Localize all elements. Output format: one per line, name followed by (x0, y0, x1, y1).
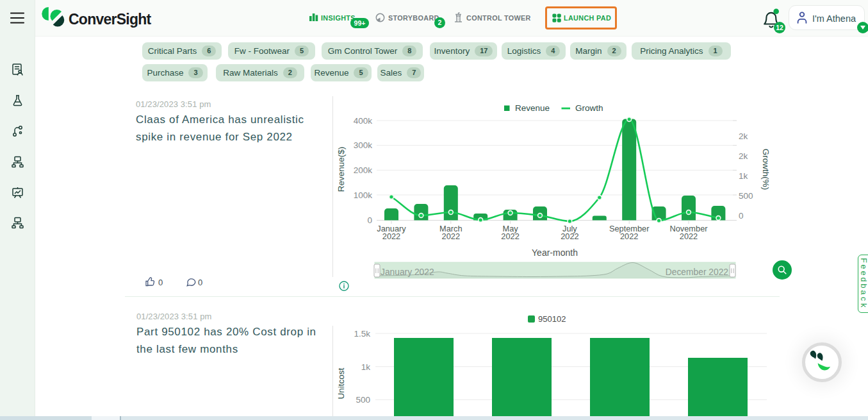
svg-text:Year-month: Year-month (532, 248, 578, 258)
svg-text:F: F (859, 258, 868, 263)
svg-text:Growth: Growth (575, 103, 603, 113)
svg-text:2k: 2k (739, 151, 748, 161)
svg-text:2022: 2022 (501, 231, 519, 241)
svg-text:500: 500 (739, 191, 753, 201)
svg-text:Growth(%): Growth(%) (761, 149, 771, 190)
svg-text:c: c (859, 297, 868, 301)
svg-text:100k: 100k (354, 190, 373, 200)
svg-text:k: k (859, 303, 868, 308)
svg-text:b: b (859, 284, 868, 289)
svg-text:e: e (859, 271, 868, 276)
svg-text:Revenue($): Revenue($) (336, 147, 346, 192)
svg-text:1.5k: 1.5k (354, 329, 370, 339)
svg-text:200k: 200k (354, 165, 373, 175)
svg-text:1k: 1k (739, 171, 748, 181)
svg-text:300k: 300k (354, 140, 373, 150)
svg-text:Unitcost: Unitcost (336, 367, 346, 399)
svg-text:950102: 950102 (538, 314, 566, 324)
svg-text:2k: 2k (739, 131, 748, 141)
svg-text:0: 0 (739, 211, 744, 221)
svg-text:500: 500 (356, 395, 370, 405)
svg-text:December 2022: December 2022 (666, 267, 728, 277)
svg-text:2022: 2022 (442, 231, 460, 241)
svg-text:2022: 2022 (680, 231, 698, 241)
svg-text:400k: 400k (354, 116, 373, 126)
svg-text:2022: 2022 (382, 231, 400, 241)
svg-text:January 2022: January 2022 (381, 267, 434, 277)
svg-text:d: d (859, 278, 868, 282)
svg-text:0: 0 (367, 215, 372, 225)
svg-text:2022: 2022 (620, 231, 638, 241)
svg-text:Revenue: Revenue (515, 103, 550, 113)
svg-text:a: a (859, 290, 868, 295)
svg-text:e: e (859, 265, 868, 269)
svg-text:1k: 1k (361, 362, 371, 372)
svg-text:2022: 2022 (561, 231, 578, 241)
